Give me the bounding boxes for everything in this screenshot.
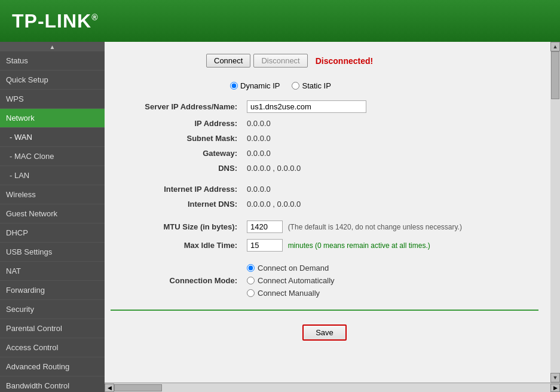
sidebar-item-network[interactable]: Network bbox=[0, 109, 105, 128]
connection-mode-row: Connection Mode: Connect on Demand bbox=[111, 261, 538, 301]
static-ip-radio[interactable] bbox=[292, 82, 299, 90]
save-button[interactable]: Save bbox=[302, 324, 347, 341]
conn-mode-auto-text: Connect Automatically bbox=[258, 276, 335, 285]
max-idle-input[interactable] bbox=[247, 239, 283, 252]
max-idle-row: Max Idle Time: minutes (0 means remain a… bbox=[111, 236, 538, 255]
dynamic-ip-label: Dynamic IP bbox=[240, 81, 280, 90]
server-ip-input[interactable] bbox=[247, 100, 366, 113]
gateway-row: Gateway: 0.0.0.0 bbox=[111, 146, 538, 161]
content-area: Connect Disconnect Disconnected! Dynamic… bbox=[105, 42, 550, 382]
subnet-mask-label: Subnet Mask: bbox=[111, 131, 242, 146]
scroll-track[interactable] bbox=[550, 51, 560, 373]
conn-mode-manual-text: Connect Manually bbox=[258, 289, 320, 298]
spacer-3 bbox=[111, 255, 538, 261]
connection-status: Disconnected! bbox=[316, 56, 373, 66]
logo: TP-LINK® bbox=[12, 10, 99, 32]
internet-ip-value: 0.0.0.0 bbox=[242, 182, 538, 197]
form-table: Server IP Address/Name: IP Address: 0.0.… bbox=[111, 97, 538, 301]
internet-dns-label: Internet DNS: bbox=[111, 197, 242, 212]
bottom-scrollbar[interactable]: ◀ ▶ bbox=[105, 382, 560, 392]
internet-ip-row: Internet IP Address: 0.0.0.0 bbox=[111, 182, 538, 197]
gateway-label: Gateway: bbox=[111, 146, 242, 161]
sidebar-item-forwarding[interactable]: Forwarding bbox=[0, 281, 105, 300]
scroll-right-arrow[interactable]: ▶ bbox=[550, 384, 560, 392]
sidebar-item-bandwidth-control[interactable]: Bandwidth Control bbox=[0, 376, 105, 392]
static-ip-label: Static IP bbox=[302, 81, 331, 90]
subnet-mask-row: Subnet Mask: 0.0.0.0 bbox=[111, 131, 538, 146]
sidebar-item-wps[interactable]: WPS bbox=[0, 90, 105, 109]
internet-ip-label: Internet IP Address: bbox=[111, 182, 242, 197]
sidebar-item-mac-clone[interactable]: - MAC Clone bbox=[0, 147, 105, 166]
sidebar-item-nat[interactable]: NAT bbox=[0, 262, 105, 281]
disconnect-button[interactable]: Disconnect bbox=[253, 54, 307, 68]
spacer-1 bbox=[111, 176, 538, 182]
mtu-note: (The default is 1420, do not change unle… bbox=[288, 223, 462, 231]
sidebar: ▲ StatusQuick SetupWPSNetwork- WAN- MAC … bbox=[0, 42, 105, 392]
sidebar-item-dhcp[interactable]: DHCP bbox=[0, 223, 105, 243]
content-wrapper: Connect Disconnect Disconnected! Dynamic… bbox=[105, 42, 560, 392]
max-idle-note: minutes (0 means remain active at all ti… bbox=[288, 241, 430, 250]
conn-mode-auto-label[interactable]: Connect Automatically bbox=[247, 276, 534, 285]
dns-label: DNS: bbox=[111, 161, 242, 176]
max-idle-value-cell: minutes (0 means remain active at all ti… bbox=[242, 236, 538, 255]
scroll-left-arrow[interactable]: ◀ bbox=[105, 384, 114, 392]
conn-mode-manual-radio[interactable] bbox=[247, 289, 255, 297]
internet-dns-row: Internet DNS: 0.0.0.0 , 0.0.0.0 bbox=[111, 197, 538, 212]
mtu-row: MTU Size (in bytes): (The default is 142… bbox=[111, 218, 538, 236]
gateway-value: 0.0.0.0 bbox=[242, 146, 538, 161]
sidebar-item-usb-settings[interactable]: USB Settings bbox=[0, 243, 105, 262]
bottom-scroll-track[interactable] bbox=[114, 384, 550, 392]
sidebar-item-guest-network[interactable]: Guest Network bbox=[0, 204, 105, 223]
dynamic-ip-radio-label[interactable]: Dynamic IP bbox=[230, 81, 280, 90]
conn-mode-manual-label[interactable]: Connect Manually bbox=[247, 289, 534, 298]
mtu-value-cell: (The default is 1420, do not change unle… bbox=[242, 218, 538, 236]
sidebar-item-wan[interactable]: - WAN bbox=[0, 128, 105, 147]
ip-type-row: Dynamic IP Static IP bbox=[111, 76, 538, 97]
connect-button[interactable]: Connect bbox=[206, 54, 250, 68]
logo-registered: ® bbox=[91, 13, 98, 22]
internet-dns-value: 0.0.0.0 , 0.0.0.0 bbox=[242, 197, 538, 212]
content-scroll[interactable]: Connect Disconnect Disconnected! Dynamic… bbox=[105, 42, 550, 382]
sidebar-item-status[interactable]: Status bbox=[0, 51, 105, 71]
ip-address-value: 0.0.0.0 bbox=[242, 116, 538, 131]
ip-address-label: IP Address: bbox=[111, 116, 242, 131]
main-container: ▲ StatusQuick SetupWPSNetwork- WAN- MAC … bbox=[0, 42, 560, 392]
sidebar-item-lan[interactable]: - LAN bbox=[0, 166, 105, 185]
subnet-mask-value: 0.0.0.0 bbox=[242, 131, 538, 146]
bottom-scroll-thumb[interactable] bbox=[114, 384, 162, 391]
separator-line bbox=[111, 310, 538, 311]
dns-value: 0.0.0.0 , 0.0.0.0 bbox=[242, 161, 538, 176]
mtu-label: MTU Size (in bytes): bbox=[111, 218, 242, 236]
sidebar-scroll-up[interactable]: ▲ bbox=[0, 42, 105, 51]
connection-mode-label: Connection Mode: bbox=[111, 261, 242, 301]
spacer-2 bbox=[111, 212, 538, 218]
connection-mode-options: Connect on Demand Connect Automatically … bbox=[247, 264, 534, 298]
right-scrollbar[interactable]: ▲ ▼ bbox=[550, 42, 560, 382]
server-ip-label: Server IP Address/Name: bbox=[111, 97, 242, 116]
sidebar-item-quick-setup[interactable]: Quick Setup bbox=[0, 71, 105, 90]
max-idle-label: Max Idle Time: bbox=[111, 236, 242, 255]
sidebar-item-access-control[interactable]: Access Control bbox=[0, 338, 105, 357]
sidebar-item-parental-control[interactable]: Parental Control bbox=[0, 319, 105, 338]
connection-mode-options-cell: Connect on Demand Connect Automatically … bbox=[242, 261, 538, 301]
scroll-up-arrow[interactable]: ▲ bbox=[550, 42, 560, 51]
sidebar-item-advanced-routing[interactable]: Advanced Routing bbox=[0, 357, 105, 376]
sidebar-item-security[interactable]: Security bbox=[0, 300, 105, 319]
scroll-thumb[interactable] bbox=[551, 51, 559, 99]
mtu-input[interactable] bbox=[247, 220, 283, 233]
save-row: Save bbox=[111, 320, 538, 345]
conn-mode-demand-text: Connect on Demand bbox=[258, 264, 329, 272]
scroll-down-arrow[interactable]: ▼ bbox=[550, 373, 560, 382]
dynamic-ip-radio[interactable] bbox=[230, 82, 238, 90]
conn-mode-demand-radio[interactable] bbox=[247, 264, 255, 272]
server-ip-value-cell bbox=[242, 97, 538, 116]
static-ip-radio-label[interactable]: Static IP bbox=[292, 81, 331, 90]
header: TP-LINK® bbox=[0, 0, 560, 42]
server-ip-row: Server IP Address/Name: bbox=[111, 97, 538, 116]
conn-mode-auto-radio[interactable] bbox=[247, 277, 255, 284]
top-buttons-row: Connect Disconnect Disconnected! bbox=[111, 48, 538, 76]
ip-address-row: IP Address: 0.0.0.0 bbox=[111, 116, 538, 131]
dns-row: DNS: 0.0.0.0 , 0.0.0.0 bbox=[111, 161, 538, 176]
sidebar-item-wireless[interactable]: Wireless bbox=[0, 185, 105, 204]
conn-mode-demand-label[interactable]: Connect on Demand bbox=[247, 264, 534, 272]
